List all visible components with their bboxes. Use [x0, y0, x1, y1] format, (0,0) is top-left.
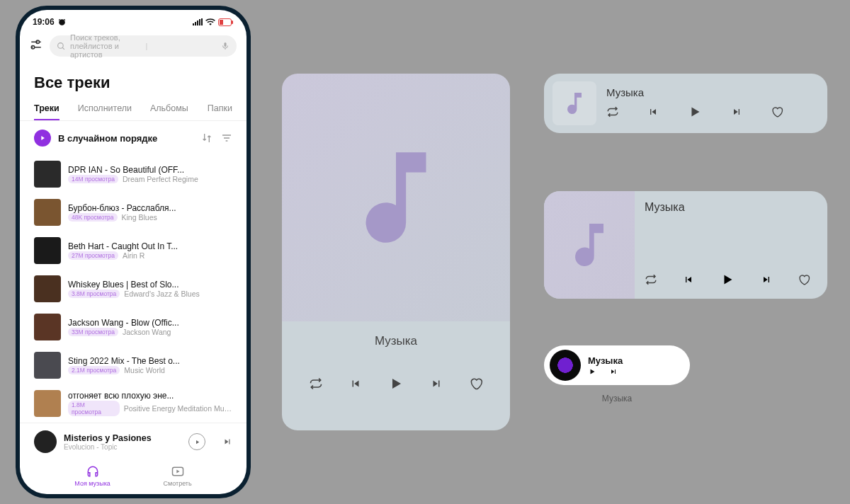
next-icon[interactable] — [222, 437, 232, 447]
battery-icon — [218, 18, 234, 26]
widget-medium[interactable]: Музыка — [544, 74, 827, 133]
widget-pill[interactable]: Музыка — [544, 345, 690, 385]
track-title: Beth Hart - Caught Out In T... — [68, 241, 232, 251]
track-views: 3.8M просмотра — [68, 290, 120, 298]
track-artist: Airin R — [123, 251, 145, 260]
np-art — [34, 430, 57, 453]
widget-pill-title: Музыка — [588, 355, 623, 366]
tab-tracks[interactable]: Треки — [34, 98, 60, 120]
tabs: Треки Исполнители Альбомы Папки — [20, 98, 246, 121]
prev-icon[interactable] — [683, 274, 694, 285]
track-views: 33M просмотра — [68, 328, 118, 336]
widget-med2-art — [544, 191, 635, 299]
prev-icon[interactable] — [349, 377, 362, 390]
video-icon — [171, 464, 185, 479]
bottom-nav: Моя музыка Смотреть — [20, 460, 246, 494]
list-item[interactable]: DPR IAN - So Beautiful (OFF...14M просмо… — [34, 155, 232, 193]
widget-med2-title: Музыка — [645, 201, 827, 214]
svg-point-8 — [58, 42, 64, 48]
album-art — [34, 390, 61, 417]
now-playing-bar[interactable]: Misterios y Pasiones Evolucion - Topic — [20, 423, 246, 460]
next-icon[interactable] — [731, 106, 742, 118]
nav-my-music[interactable]: Моя музыка — [74, 464, 110, 487]
page-header: Все треки — [20, 61, 246, 98]
list-item[interactable]: Jackson Wang - Blow (Offic...33M просмот… — [34, 308, 232, 346]
shuffle-label: В случайном порядке — [58, 133, 194, 144]
phone-screen: 19:06 Поиск треков, плейлистов и артисто… — [20, 10, 246, 494]
track-views: 1.8M просмотра — [68, 401, 120, 416]
play-icon[interactable] — [720, 270, 735, 289]
filter-icon[interactable] — [221, 132, 232, 144]
tab-artists[interactable]: Исполнители — [78, 98, 132, 120]
track-title: отгоняет всю плохую эне... — [68, 391, 232, 401]
repeat-icon[interactable] — [606, 105, 619, 118]
heart-icon[interactable] — [798, 273, 810, 286]
svg-rect-6 — [220, 20, 223, 25]
heart-icon[interactable] — [469, 377, 483, 391]
next-icon[interactable] — [430, 377, 443, 390]
music-note-icon — [560, 89, 589, 118]
list-item[interactable]: Sting 2022 Mix - The Best o...2.1M просм… — [34, 346, 232, 384]
repeat-icon[interactable] — [645, 273, 657, 286]
music-note-icon — [561, 217, 618, 273]
filters-icon[interactable] — [30, 38, 42, 54]
list-item[interactable]: Beth Hart - Caught Out In T...27M просмо… — [34, 231, 232, 270]
play-icon[interactable] — [687, 103, 703, 121]
list-item[interactable]: отгоняет всю плохую эне...1.8M просмотра… — [34, 384, 232, 423]
track-title: DPR IAN - So Beautiful (OFF... — [68, 165, 232, 175]
heart-icon[interactable] — [771, 105, 783, 118]
widget-medium-large[interactable]: Музыка — [544, 191, 827, 299]
np-artist: Evolucion - Topic — [64, 443, 181, 451]
track-title: Whiskey Blues | Best of Slo... — [68, 280, 232, 290]
np-title: Misterios y Pasiones — [64, 433, 181, 443]
play-button[interactable] — [188, 433, 205, 450]
svg-rect-4 — [201, 18, 203, 25]
widget-pill-caption: Музыка — [544, 394, 690, 403]
track-list[interactable]: DPR IAN - So Beautiful (OFF...14M просмо… — [20, 155, 246, 423]
album-art — [34, 237, 61, 264]
play-icon[interactable] — [588, 367, 596, 376]
signal-icon — [193, 18, 203, 25]
search-placeholder: Поиск треков, плейлистов и артистов — [70, 33, 142, 59]
svg-rect-0 — [193, 23, 194, 25]
track-views: 14M просмотра — [68, 175, 118, 183]
track-artist: Music World — [124, 366, 165, 374]
play-icon[interactable] — [387, 374, 404, 394]
widget-large-art — [282, 74, 510, 321]
search-input[interactable]: Поиск треков, плейлистов и артистов | — [50, 35, 237, 57]
tab-albums[interactable]: Альбомы — [150, 98, 188, 120]
tab-folders[interactable]: Папки — [208, 98, 232, 120]
track-title: Sting 2022 Mix - The Best o... — [68, 356, 232, 366]
next-icon[interactable] — [761, 274, 772, 285]
svg-rect-2 — [197, 21, 198, 25]
track-artist: Positive Energy Meditation Music — [124, 404, 232, 413]
widget-large[interactable]: Музыка — [282, 74, 510, 430]
track-artist: King Blues — [122, 213, 157, 222]
sort-icon[interactable] — [201, 132, 212, 144]
page-title: Все треки — [34, 74, 232, 92]
alarm-icon — [57, 18, 67, 27]
phone-frame: 19:06 Поиск треков, плейлистов и артисто… — [16, 6, 251, 498]
repeat-icon[interactable] — [309, 377, 323, 391]
music-note-icon — [336, 137, 456, 258]
svg-rect-9 — [225, 42, 227, 47]
shuffle-button[interactable] — [34, 130, 51, 147]
widget-medium-art — [552, 81, 596, 125]
controls-row: В случайном порядке — [20, 121, 246, 155]
next-icon[interactable] — [609, 367, 618, 376]
widget-medium-title: Музыка — [606, 86, 827, 98]
list-item[interactable]: Бурбон-блюз - Расслабля...48K просмотраK… — [34, 193, 232, 231]
nav-watch[interactable]: Смотреть — [164, 464, 192, 487]
track-title: Бурбон-блюз - Расслабля... — [68, 203, 232, 213]
prev-icon[interactable] — [647, 106, 659, 118]
album-art — [34, 161, 61, 188]
svg-rect-1 — [195, 22, 196, 25]
time: 19:06 — [33, 17, 55, 27]
track-title: Jackson Wang - Blow (Offic... — [68, 318, 232, 328]
track-views: 27M просмотра — [68, 251, 118, 260]
album-art — [34, 314, 61, 340]
album-art — [34, 199, 61, 226]
list-item[interactable]: Whiskey Blues | Best of Slo...3.8M просм… — [34, 270, 232, 308]
mic-icon[interactable] — [221, 41, 230, 51]
track-views: 2.1M просмотра — [68, 366, 120, 374]
